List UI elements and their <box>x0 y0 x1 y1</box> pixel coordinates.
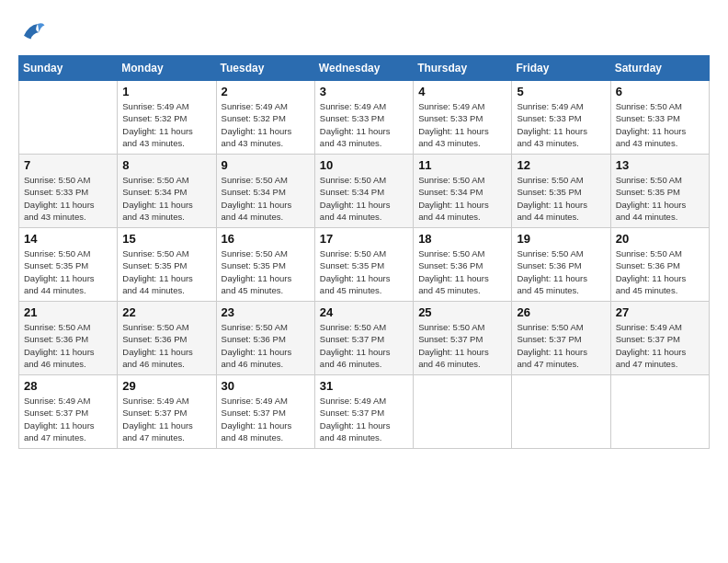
calendar-cell: 5Sunrise: 5:49 AMSunset: 5:33 PMDaylight… <box>512 81 610 155</box>
day-number: 25 <box>418 305 506 319</box>
day-info: Sunrise: 5:50 AMSunset: 5:35 PMDaylight:… <box>222 247 310 296</box>
day-number: 28 <box>24 379 112 393</box>
day-number: 10 <box>320 158 408 172</box>
day-number: 12 <box>517 158 605 172</box>
day-info: Sunrise: 5:50 AMSunset: 5:36 PMDaylight:… <box>24 321 112 370</box>
day-number: 26 <box>517 305 605 319</box>
day-info: Sunrise: 5:50 AMSunset: 5:36 PMDaylight:… <box>517 247 605 296</box>
calendar-cell: 18Sunrise: 5:50 AMSunset: 5:36 PMDayligh… <box>414 228 512 302</box>
day-info: Sunrise: 5:49 AMSunset: 5:33 PMDaylight:… <box>320 100 408 149</box>
calendar-cell: 14Sunrise: 5:50 AMSunset: 5:35 PMDayligh… <box>19 228 118 302</box>
day-number: 24 <box>320 305 408 319</box>
day-header-sunday: Sunday <box>19 56 118 81</box>
calendar-cell: 12Sunrise: 5:50 AMSunset: 5:35 PMDayligh… <box>512 155 610 228</box>
day-header-thursday: Thursday <box>414 56 512 81</box>
calendar-cell: 6Sunrise: 5:50 AMSunset: 5:33 PMDaylight… <box>610 81 709 155</box>
day-info: Sunrise: 5:50 AMSunset: 5:34 PMDaylight:… <box>122 174 210 223</box>
day-number: 2 <box>222 85 310 98</box>
day-number: 18 <box>418 232 506 246</box>
calendar-cell: 25Sunrise: 5:50 AMSunset: 5:37 PMDayligh… <box>414 302 512 375</box>
calendar-cell: 2Sunrise: 5:49 AMSunset: 5:32 PMDaylight… <box>216 81 314 155</box>
day-info: Sunrise: 5:50 AMSunset: 5:37 PMDaylight:… <box>517 321 605 370</box>
calendar-cell: 31Sunrise: 5:49 AMSunset: 5:37 PMDayligh… <box>314 375 413 449</box>
day-info: Sunrise: 5:50 AMSunset: 5:35 PMDaylight:… <box>122 247 210 296</box>
calendar-cell <box>512 375 610 449</box>
day-number: 3 <box>320 85 408 98</box>
calendar-cell: 24Sunrise: 5:50 AMSunset: 5:37 PMDayligh… <box>314 302 413 375</box>
calendar-table: SundayMondayTuesdayWednesdayThursdayFrid… <box>18 55 710 449</box>
calendar-cell: 10Sunrise: 5:50 AMSunset: 5:34 PMDayligh… <box>314 155 413 228</box>
calendar-cell: 27Sunrise: 5:49 AMSunset: 5:37 PMDayligh… <box>610 302 709 375</box>
day-number: 8 <box>122 158 210 172</box>
day-info: Sunrise: 5:49 AMSunset: 5:37 PMDaylight:… <box>320 395 408 443</box>
calendar-cell: 30Sunrise: 5:49 AMSunset: 5:37 PMDayligh… <box>216 375 314 449</box>
day-info: Sunrise: 5:49 AMSunset: 5:33 PMDaylight:… <box>418 100 506 149</box>
day-info: Sunrise: 5:50 AMSunset: 5:33 PMDaylight:… <box>24 174 112 223</box>
day-header-saturday: Saturday <box>610 56 709 81</box>
day-info: Sunrise: 5:50 AMSunset: 5:36 PMDaylight:… <box>222 321 310 370</box>
day-info: Sunrise: 5:50 AMSunset: 5:37 PMDaylight:… <box>320 321 408 370</box>
calendar-cell: 20Sunrise: 5:50 AMSunset: 5:36 PMDayligh… <box>610 228 709 302</box>
day-number: 16 <box>222 232 310 246</box>
page-header <box>18 18 710 46</box>
day-number: 7 <box>24 158 112 172</box>
day-number: 31 <box>320 379 408 393</box>
day-info: Sunrise: 5:50 AMSunset: 5:35 PMDaylight:… <box>616 174 704 223</box>
day-number: 23 <box>222 305 310 319</box>
day-info: Sunrise: 5:49 AMSunset: 5:32 PMDaylight:… <box>222 100 310 149</box>
day-info: Sunrise: 5:50 AMSunset: 5:36 PMDaylight:… <box>122 321 210 370</box>
calendar-cell: 16Sunrise: 5:50 AMSunset: 5:35 PMDayligh… <box>216 228 314 302</box>
calendar-cell: 28Sunrise: 5:49 AMSunset: 5:37 PMDayligh… <box>19 375 118 449</box>
calendar-cell: 4Sunrise: 5:49 AMSunset: 5:33 PMDaylight… <box>414 81 512 155</box>
calendar-cell: 22Sunrise: 5:50 AMSunset: 5:36 PMDayligh… <box>118 302 216 375</box>
logo <box>18 18 50 46</box>
day-info: Sunrise: 5:50 AMSunset: 5:35 PMDaylight:… <box>320 247 408 296</box>
calendar-cell <box>19 81 118 155</box>
calendar-cell <box>610 375 709 449</box>
day-number: 27 <box>616 305 704 319</box>
day-number: 17 <box>320 232 408 246</box>
day-number: 9 <box>222 158 310 172</box>
day-info: Sunrise: 5:50 AMSunset: 5:35 PMDaylight:… <box>24 247 112 296</box>
day-info: Sunrise: 5:49 AMSunset: 5:32 PMDaylight:… <box>122 100 210 149</box>
day-number: 30 <box>222 379 310 393</box>
day-number: 6 <box>616 85 704 98</box>
day-number: 20 <box>616 232 704 246</box>
calendar-cell: 13Sunrise: 5:50 AMSunset: 5:35 PMDayligh… <box>610 155 709 228</box>
day-number: 15 <box>122 232 210 246</box>
day-number: 1 <box>122 85 210 98</box>
calendar-cell <box>414 375 512 449</box>
day-number: 13 <box>616 158 704 172</box>
day-info: Sunrise: 5:50 AMSunset: 5:34 PMDaylight:… <box>222 174 310 223</box>
calendar-week-4: 21Sunrise: 5:50 AMSunset: 5:36 PMDayligh… <box>19 302 710 375</box>
day-info: Sunrise: 5:50 AMSunset: 5:34 PMDaylight:… <box>320 174 408 223</box>
day-info: Sunrise: 5:50 AMSunset: 5:36 PMDaylight:… <box>418 247 506 296</box>
calendar-cell: 1Sunrise: 5:49 AMSunset: 5:32 PMDaylight… <box>118 81 216 155</box>
calendar-week-2: 7Sunrise: 5:50 AMSunset: 5:33 PMDaylight… <box>19 155 710 228</box>
day-info: Sunrise: 5:50 AMSunset: 5:34 PMDaylight:… <box>418 174 506 223</box>
calendar-week-1: 1Sunrise: 5:49 AMSunset: 5:32 PMDaylight… <box>19 81 710 155</box>
day-header-monday: Monday <box>118 56 216 81</box>
calendar-body: 1Sunrise: 5:49 AMSunset: 5:32 PMDaylight… <box>19 81 710 449</box>
calendar-week-5: 28Sunrise: 5:49 AMSunset: 5:37 PMDayligh… <box>19 375 710 449</box>
day-info: Sunrise: 5:49 AMSunset: 5:37 PMDaylight:… <box>616 321 704 370</box>
calendar-cell: 11Sunrise: 5:50 AMSunset: 5:34 PMDayligh… <box>414 155 512 228</box>
day-number: 11 <box>418 158 506 172</box>
calendar-header-row: SundayMondayTuesdayWednesdayThursdayFrid… <box>19 56 710 81</box>
day-info: Sunrise: 5:50 AMSunset: 5:37 PMDaylight:… <box>418 321 506 370</box>
day-info: Sunrise: 5:50 AMSunset: 5:35 PMDaylight:… <box>517 174 605 223</box>
calendar-cell: 17Sunrise: 5:50 AMSunset: 5:35 PMDayligh… <box>314 228 413 302</box>
calendar-cell: 23Sunrise: 5:50 AMSunset: 5:36 PMDayligh… <box>216 302 314 375</box>
day-info: Sunrise: 5:50 AMSunset: 5:33 PMDaylight:… <box>616 100 704 149</box>
day-number: 14 <box>24 232 112 246</box>
calendar-cell: 21Sunrise: 5:50 AMSunset: 5:36 PMDayligh… <box>19 302 118 375</box>
day-number: 21 <box>24 305 112 319</box>
day-header-wednesday: Wednesday <box>314 56 413 81</box>
day-info: Sunrise: 5:49 AMSunset: 5:37 PMDaylight:… <box>122 395 210 443</box>
calendar-cell: 29Sunrise: 5:49 AMSunset: 5:37 PMDayligh… <box>118 375 216 449</box>
calendar-cell: 19Sunrise: 5:50 AMSunset: 5:36 PMDayligh… <box>512 228 610 302</box>
calendar-cell: 15Sunrise: 5:50 AMSunset: 5:35 PMDayligh… <box>118 228 216 302</box>
calendar-cell: 3Sunrise: 5:49 AMSunset: 5:33 PMDaylight… <box>314 81 413 155</box>
day-info: Sunrise: 5:50 AMSunset: 5:36 PMDaylight:… <box>616 247 704 296</box>
day-header-tuesday: Tuesday <box>216 56 314 81</box>
